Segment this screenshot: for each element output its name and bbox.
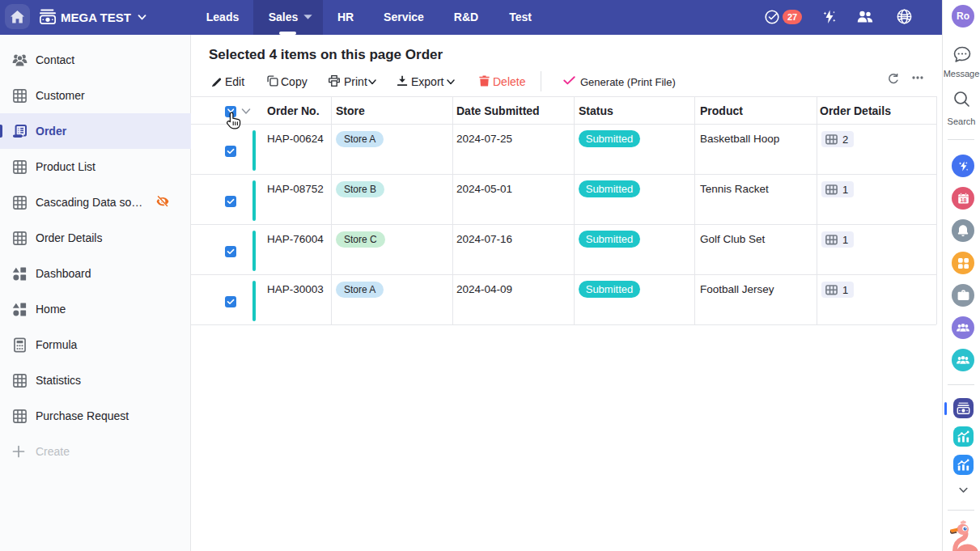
svg-text:18: 18 xyxy=(960,197,966,202)
